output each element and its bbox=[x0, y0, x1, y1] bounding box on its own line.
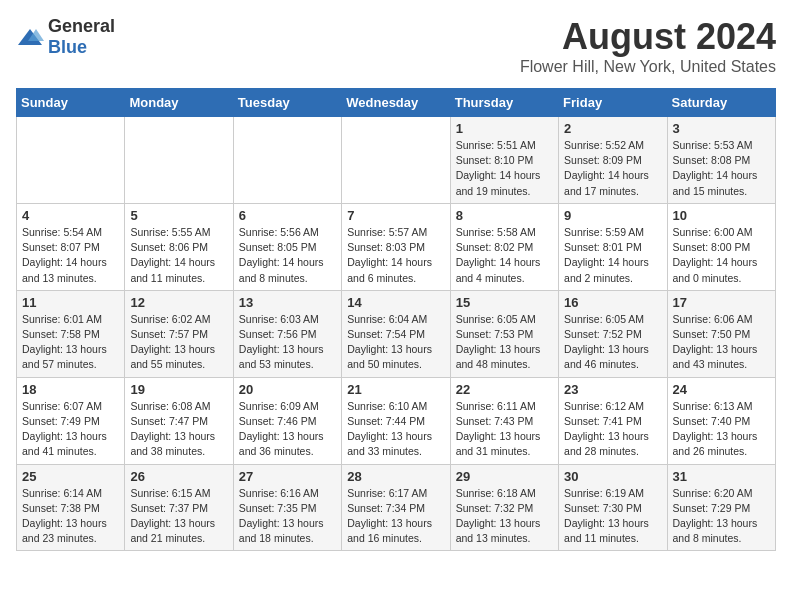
title-area: August 2024 Flower Hill, New York, Unite… bbox=[520, 16, 776, 76]
day-number: 16 bbox=[564, 295, 661, 310]
calendar-cell: 25Sunrise: 6:14 AM Sunset: 7:38 PM Dayli… bbox=[17, 464, 125, 551]
day-info: Sunrise: 6:20 AM Sunset: 7:29 PM Dayligh… bbox=[673, 486, 770, 547]
calendar-cell: 18Sunrise: 6:07 AM Sunset: 7:49 PM Dayli… bbox=[17, 377, 125, 464]
day-info: Sunrise: 5:59 AM Sunset: 8:01 PM Dayligh… bbox=[564, 225, 661, 286]
day-info: Sunrise: 6:19 AM Sunset: 7:30 PM Dayligh… bbox=[564, 486, 661, 547]
day-info: Sunrise: 6:02 AM Sunset: 7:57 PM Dayligh… bbox=[130, 312, 227, 373]
day-info: Sunrise: 6:14 AM Sunset: 7:38 PM Dayligh… bbox=[22, 486, 119, 547]
calendar-cell: 28Sunrise: 6:17 AM Sunset: 7:34 PM Dayli… bbox=[342, 464, 450, 551]
calendar-cell: 16Sunrise: 6:05 AM Sunset: 7:52 PM Dayli… bbox=[559, 290, 667, 377]
logo-icon bbox=[16, 27, 44, 47]
calendar-cell bbox=[17, 117, 125, 204]
calendar-cell: 24Sunrise: 6:13 AM Sunset: 7:40 PM Dayli… bbox=[667, 377, 775, 464]
day-number: 24 bbox=[673, 382, 770, 397]
calendar-cell: 29Sunrise: 6:18 AM Sunset: 7:32 PM Dayli… bbox=[450, 464, 558, 551]
logo-blue: Blue bbox=[48, 37, 87, 57]
header-friday: Friday bbox=[559, 89, 667, 117]
calendar-week-2: 4Sunrise: 5:54 AM Sunset: 8:07 PM Daylig… bbox=[17, 203, 776, 290]
calendar-cell: 17Sunrise: 6:06 AM Sunset: 7:50 PM Dayli… bbox=[667, 290, 775, 377]
day-info: Sunrise: 5:55 AM Sunset: 8:06 PM Dayligh… bbox=[130, 225, 227, 286]
day-number: 30 bbox=[564, 469, 661, 484]
day-number: 29 bbox=[456, 469, 553, 484]
calendar-cell bbox=[342, 117, 450, 204]
calendar-cell: 1Sunrise: 5:51 AM Sunset: 8:10 PM Daylig… bbox=[450, 117, 558, 204]
header-tuesday: Tuesday bbox=[233, 89, 341, 117]
calendar-cell: 2Sunrise: 5:52 AM Sunset: 8:09 PM Daylig… bbox=[559, 117, 667, 204]
day-info: Sunrise: 6:03 AM Sunset: 7:56 PM Dayligh… bbox=[239, 312, 336, 373]
day-number: 17 bbox=[673, 295, 770, 310]
logo-general: General bbox=[48, 16, 115, 36]
day-number: 10 bbox=[673, 208, 770, 223]
calendar-cell: 31Sunrise: 6:20 AM Sunset: 7:29 PM Dayli… bbox=[667, 464, 775, 551]
calendar-cell bbox=[125, 117, 233, 204]
day-info: Sunrise: 6:15 AM Sunset: 7:37 PM Dayligh… bbox=[130, 486, 227, 547]
day-number: 2 bbox=[564, 121, 661, 136]
day-number: 7 bbox=[347, 208, 444, 223]
day-number: 19 bbox=[130, 382, 227, 397]
calendar-cell: 12Sunrise: 6:02 AM Sunset: 7:57 PM Dayli… bbox=[125, 290, 233, 377]
day-number: 12 bbox=[130, 295, 227, 310]
day-info: Sunrise: 6:04 AM Sunset: 7:54 PM Dayligh… bbox=[347, 312, 444, 373]
calendar-cell: 9Sunrise: 5:59 AM Sunset: 8:01 PM Daylig… bbox=[559, 203, 667, 290]
day-info: Sunrise: 6:08 AM Sunset: 7:47 PM Dayligh… bbox=[130, 399, 227, 460]
calendar-cell: 10Sunrise: 6:00 AM Sunset: 8:00 PM Dayli… bbox=[667, 203, 775, 290]
day-info: Sunrise: 6:11 AM Sunset: 7:43 PM Dayligh… bbox=[456, 399, 553, 460]
calendar-cell: 13Sunrise: 6:03 AM Sunset: 7:56 PM Dayli… bbox=[233, 290, 341, 377]
day-number: 23 bbox=[564, 382, 661, 397]
day-info: Sunrise: 5:51 AM Sunset: 8:10 PM Dayligh… bbox=[456, 138, 553, 199]
calendar-cell: 11Sunrise: 6:01 AM Sunset: 7:58 PM Dayli… bbox=[17, 290, 125, 377]
day-number: 20 bbox=[239, 382, 336, 397]
logo: General Blue bbox=[16, 16, 115, 58]
day-info: Sunrise: 6:05 AM Sunset: 7:53 PM Dayligh… bbox=[456, 312, 553, 373]
header-monday: Monday bbox=[125, 89, 233, 117]
day-info: Sunrise: 6:09 AM Sunset: 7:46 PM Dayligh… bbox=[239, 399, 336, 460]
day-number: 26 bbox=[130, 469, 227, 484]
day-info: Sunrise: 5:56 AM Sunset: 8:05 PM Dayligh… bbox=[239, 225, 336, 286]
calendar-cell: 27Sunrise: 6:16 AM Sunset: 7:35 PM Dayli… bbox=[233, 464, 341, 551]
calendar-cell: 23Sunrise: 6:12 AM Sunset: 7:41 PM Dayli… bbox=[559, 377, 667, 464]
day-number: 15 bbox=[456, 295, 553, 310]
day-number: 31 bbox=[673, 469, 770, 484]
day-info: Sunrise: 6:05 AM Sunset: 7:52 PM Dayligh… bbox=[564, 312, 661, 373]
calendar-body: 1Sunrise: 5:51 AM Sunset: 8:10 PM Daylig… bbox=[17, 117, 776, 551]
day-info: Sunrise: 6:18 AM Sunset: 7:32 PM Dayligh… bbox=[456, 486, 553, 547]
day-info: Sunrise: 6:13 AM Sunset: 7:40 PM Dayligh… bbox=[673, 399, 770, 460]
header-sunday: Sunday bbox=[17, 89, 125, 117]
day-info: Sunrise: 6:00 AM Sunset: 8:00 PM Dayligh… bbox=[673, 225, 770, 286]
day-number: 25 bbox=[22, 469, 119, 484]
day-info: Sunrise: 5:57 AM Sunset: 8:03 PM Dayligh… bbox=[347, 225, 444, 286]
day-number: 1 bbox=[456, 121, 553, 136]
day-info: Sunrise: 5:54 AM Sunset: 8:07 PM Dayligh… bbox=[22, 225, 119, 286]
page-header: General Blue August 2024 Flower Hill, Ne… bbox=[16, 16, 776, 76]
calendar-cell: 5Sunrise: 5:55 AM Sunset: 8:06 PM Daylig… bbox=[125, 203, 233, 290]
calendar-header-row: SundayMondayTuesdayWednesdayThursdayFrid… bbox=[17, 89, 776, 117]
header-thursday: Thursday bbox=[450, 89, 558, 117]
day-number: 9 bbox=[564, 208, 661, 223]
calendar-cell: 6Sunrise: 5:56 AM Sunset: 8:05 PM Daylig… bbox=[233, 203, 341, 290]
calendar-week-1: 1Sunrise: 5:51 AM Sunset: 8:10 PM Daylig… bbox=[17, 117, 776, 204]
day-info: Sunrise: 6:16 AM Sunset: 7:35 PM Dayligh… bbox=[239, 486, 336, 547]
day-number: 11 bbox=[22, 295, 119, 310]
day-info: Sunrise: 6:06 AM Sunset: 7:50 PM Dayligh… bbox=[673, 312, 770, 373]
day-info: Sunrise: 6:01 AM Sunset: 7:58 PM Dayligh… bbox=[22, 312, 119, 373]
day-number: 8 bbox=[456, 208, 553, 223]
calendar-cell: 21Sunrise: 6:10 AM Sunset: 7:44 PM Dayli… bbox=[342, 377, 450, 464]
day-info: Sunrise: 5:52 AM Sunset: 8:09 PM Dayligh… bbox=[564, 138, 661, 199]
calendar-cell: 7Sunrise: 5:57 AM Sunset: 8:03 PM Daylig… bbox=[342, 203, 450, 290]
day-info: Sunrise: 5:58 AM Sunset: 8:02 PM Dayligh… bbox=[456, 225, 553, 286]
day-number: 6 bbox=[239, 208, 336, 223]
calendar-cell: 26Sunrise: 6:15 AM Sunset: 7:37 PM Dayli… bbox=[125, 464, 233, 551]
calendar-week-5: 25Sunrise: 6:14 AM Sunset: 7:38 PM Dayli… bbox=[17, 464, 776, 551]
calendar-week-4: 18Sunrise: 6:07 AM Sunset: 7:49 PM Dayli… bbox=[17, 377, 776, 464]
day-number: 3 bbox=[673, 121, 770, 136]
day-number: 27 bbox=[239, 469, 336, 484]
calendar-week-3: 11Sunrise: 6:01 AM Sunset: 7:58 PM Dayli… bbox=[17, 290, 776, 377]
calendar-cell: 4Sunrise: 5:54 AM Sunset: 8:07 PM Daylig… bbox=[17, 203, 125, 290]
day-info: Sunrise: 5:53 AM Sunset: 8:08 PM Dayligh… bbox=[673, 138, 770, 199]
calendar-table: SundayMondayTuesdayWednesdayThursdayFrid… bbox=[16, 88, 776, 551]
day-info: Sunrise: 6:12 AM Sunset: 7:41 PM Dayligh… bbox=[564, 399, 661, 460]
header-wednesday: Wednesday bbox=[342, 89, 450, 117]
day-number: 21 bbox=[347, 382, 444, 397]
day-number: 14 bbox=[347, 295, 444, 310]
day-number: 4 bbox=[22, 208, 119, 223]
